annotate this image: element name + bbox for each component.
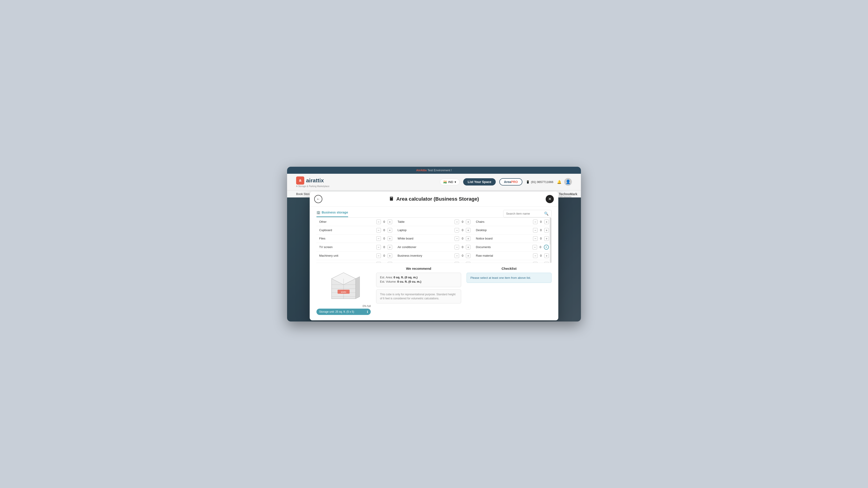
info-icon[interactable]: ℹ xyxy=(367,310,368,314)
scroll-track xyxy=(550,218,551,263)
search-input[interactable] xyxy=(506,212,542,215)
qty-control-documents: − 0 + xyxy=(532,245,549,250)
list-space-button[interactable]: List Your Space xyxy=(463,178,496,186)
decrement-tvscreen[interactable]: − xyxy=(376,245,381,250)
increment-table[interactable]: + xyxy=(466,220,470,224)
decrement-chairs[interactable]: − xyxy=(533,220,537,224)
svg-marker-2 xyxy=(355,276,360,299)
qty-chairs: 0 xyxy=(539,220,542,223)
modal-body: 🏢 Business storage 🔍 Other xyxy=(310,207,558,320)
bell-icon[interactable]: 🔔 xyxy=(557,180,561,184)
note-box: This cube is only for representational p… xyxy=(376,289,461,303)
item-name-desktop: Desktop xyxy=(476,228,531,232)
phone-link[interactable]: 📱 (91) 9657711666 xyxy=(526,180,553,184)
increment-laptop[interactable]: + xyxy=(466,228,470,232)
list-item: Table − 0 + xyxy=(395,218,473,226)
country-selector[interactable]: 🇮🇳 IND ▾ xyxy=(440,179,460,185)
modal-close-button[interactable]: ✕ xyxy=(546,195,554,203)
user-avatar-icon[interactable]: 👤 xyxy=(564,178,572,186)
back-arrow-icon: ← xyxy=(316,197,320,201)
list-item: Other − 0 + xyxy=(316,218,395,226)
decrement-other[interactable]: − xyxy=(376,220,381,224)
increment-businessinventory[interactable]: + xyxy=(466,254,470,258)
decrement-whiteboard[interactable]: − xyxy=(455,236,459,241)
item-name-electricalfittings: Electrical fittings xyxy=(398,262,453,263)
search-icon: 🔍 xyxy=(544,212,549,216)
increment-cupboard[interactable]: + xyxy=(388,228,392,232)
search-box[interactable]: 🔍 xyxy=(503,210,552,217)
modal-back-button[interactable]: ← xyxy=(314,195,322,203)
decrement-documents[interactable]: − xyxy=(532,245,537,250)
decrement-electricalfittings[interactable]: − xyxy=(455,262,459,263)
increment-airconditioner[interactable]: + xyxy=(466,245,470,250)
item-name-noticeboard: Notice board xyxy=(476,237,531,240)
qty-control-chairs: − 0 + xyxy=(533,220,549,224)
tab-row: 🏢 Business storage 🔍 xyxy=(316,207,552,218)
decrement-desktop[interactable]: − xyxy=(533,228,537,232)
decrement-airconditioner[interactable]: − xyxy=(455,245,459,250)
increment-fan[interactable]: + xyxy=(388,262,392,263)
increment-rawmaterial[interactable]: + xyxy=(544,254,549,258)
item-name-tvscreen: TV screen xyxy=(319,246,375,249)
qty-control-businessinventory: − 0 + xyxy=(455,254,470,258)
increment-noticeboard[interactable]: + xyxy=(544,236,549,241)
decrement-fan[interactable]: − xyxy=(376,262,381,263)
item-name-chairs: Chairs xyxy=(476,220,531,223)
qty-control-laptop: − 0 + xyxy=(455,228,470,232)
item-name-documents: Documents xyxy=(476,246,531,249)
decrement-cupboard[interactable]: − xyxy=(376,228,381,232)
tab-label: Business storage xyxy=(322,210,348,214)
qty-documents: 0 xyxy=(539,246,542,249)
list-item: Chairs − 0 + xyxy=(473,218,552,226)
list-item: Fan − 0 + xyxy=(316,260,395,263)
main-content: Book Storage Parking Move & Pack Lockers… xyxy=(287,191,581,322)
decrement-rawmaterial[interactable]: − xyxy=(533,254,537,258)
increment-documents[interactable]: + xyxy=(544,245,549,250)
increment-boxes[interactable]: + xyxy=(544,262,549,263)
logo-brand: a airattix xyxy=(296,176,329,185)
increment-files[interactable]: + xyxy=(388,236,392,241)
note-text: This cube is only for representational p… xyxy=(380,292,457,300)
modal-title: 🖩 Area calculator (Business Storage) xyxy=(389,196,479,202)
decrement-boxes[interactable]: − xyxy=(533,262,537,263)
qty-desktop: 0 xyxy=(539,228,542,232)
decrement-table[interactable]: − xyxy=(455,220,459,224)
storage-cube-image: airattix xyxy=(323,267,364,303)
qty-tvscreen: 0 xyxy=(383,246,386,249)
logo-tagline: A Storage & Parking Marketplace xyxy=(296,185,329,188)
decrement-machineryunit[interactable]: − xyxy=(376,254,381,258)
progress-percent: 0% full xyxy=(316,304,371,308)
increment-chairs[interactable]: + xyxy=(544,220,549,224)
item-name-cupboard: Cupboard xyxy=(319,228,375,232)
qty-control-files: − 0 + xyxy=(376,236,392,241)
increment-desktop[interactable]: + xyxy=(544,228,549,232)
item-name-airconditioner: Air conditioner xyxy=(398,246,453,249)
list-item: Air conditioner − 0 + xyxy=(395,243,473,252)
list-item: Files − 0 + xyxy=(316,234,395,243)
est-area-line: Est. Area: 0 sq. ft. (0 sq. m.) xyxy=(380,275,457,279)
decrement-noticeboard[interactable]: − xyxy=(533,236,537,241)
qty-whiteboard: 0 xyxy=(461,237,464,240)
increment-machineryunit[interactable]: + xyxy=(388,254,392,258)
increment-whiteboard[interactable]: + xyxy=(466,236,470,241)
decrement-laptop[interactable]: − xyxy=(455,228,459,232)
topbar-text: Test Environment ! xyxy=(427,168,452,172)
increment-tvscreen[interactable]: + xyxy=(388,245,392,250)
country-label: IND xyxy=(448,180,453,184)
increment-other[interactable]: + xyxy=(388,220,392,224)
modal-header: ← 🖩 Area calculator (Business Storage) ✕ xyxy=(310,192,558,207)
decrement-businessinventory[interactable]: − xyxy=(455,254,459,258)
tab-business-storage[interactable]: 🏢 Business storage xyxy=(316,210,348,217)
list-item: TV screen − 0 + xyxy=(316,243,395,252)
list-item: Boxes − 0 + xyxy=(473,260,552,263)
increment-electricalfittings[interactable]: + xyxy=(466,262,470,263)
phone-number: (91) 9657711666 xyxy=(531,180,553,184)
qty-businessinventory: 0 xyxy=(461,254,464,257)
modal-backdrop: ← 🖩 Area calculator (Business Storage) ✕ xyxy=(287,191,581,322)
decrement-files[interactable]: − xyxy=(376,236,381,241)
area-pro-button[interactable]: AreaPRO xyxy=(499,178,522,186)
list-item: Notice board − 0 + xyxy=(473,234,552,243)
qty-files: 0 xyxy=(383,237,386,240)
chevron-down-icon: ▾ xyxy=(455,180,456,184)
list-item: Documents − 0 + xyxy=(473,243,552,252)
